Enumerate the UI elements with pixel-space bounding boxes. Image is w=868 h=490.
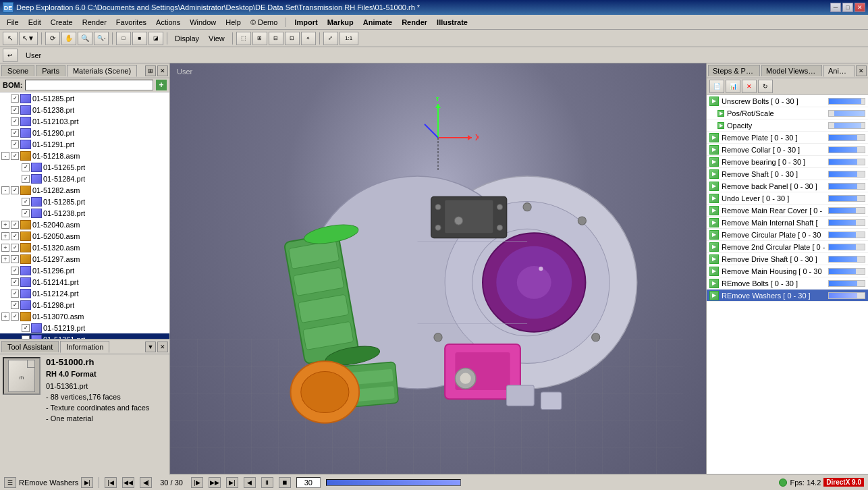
step-play-button[interactable]: ▶ (709, 218, 719, 227)
tool-fit[interactable]: ⤢ (323, 32, 338, 45)
tree-item[interactable]: ✓01-51238.prt (0, 104, 169, 115)
play-stop[interactable]: ⏹ (279, 477, 291, 488)
tab-parts[interactable]: Parts (36, 65, 65, 76)
step-play-button[interactable]: ▶ (709, 291, 719, 300)
tree-item[interactable]: ✓01-51238.prt (0, 207, 169, 219)
step-play-button[interactable]: ▶ (709, 194, 719, 203)
rt-refresh-btn[interactable]: ↻ (758, 80, 773, 93)
tree-item[interactable]: ✓01-51361.prt (0, 333, 169, 339)
tree-checkbox[interactable]: ✓ (11, 221, 19, 229)
tree-expand-btn[interactable]: + (1, 232, 9, 240)
tab-tool-assistant[interactable]: Tool Assistant (1, 341, 59, 352)
tree-checkbox[interactable]: ✓ (11, 106, 19, 114)
tool-view3[interactable]: ⊟ (269, 32, 283, 45)
rt-delete-btn[interactable]: ✕ (742, 80, 757, 93)
tree-checkbox[interactable]: ✓ (11, 290, 19, 298)
frame-input[interactable] (296, 477, 321, 488)
menu-import[interactable]: Import (290, 17, 321, 28)
step-item[interactable]: ▶Remove Plate [ 0 - 30 ] (707, 132, 868, 144)
tree-item[interactable]: ✓01-51284.prt (0, 173, 169, 184)
right-close-btn[interactable]: ✕ (856, 65, 867, 76)
tool-select[interactable]: ↖▼ (19, 32, 38, 45)
info-arrow-btn[interactable]: ▼ (145, 342, 156, 352)
close-button[interactable]: ✕ (855, 3, 865, 12)
step-item[interactable]: ▶Remove Circular Plate [ 0 - 30 (707, 229, 868, 241)
tree-item[interactable]: ✓01-51296.prt (0, 265, 169, 276)
step-sub-play-button[interactable]: ▶ (717, 110, 724, 117)
tree-expand-btn[interactable]: + (1, 312, 9, 321)
tree-item[interactable]: +✓01-513070.asm (0, 310, 169, 322)
play-prev-frame[interactable]: ◀◀ (122, 477, 134, 488)
step-play-button[interactable]: ▶ (709, 267, 719, 276)
play-pause[interactable]: ⏸ (261, 477, 273, 488)
rt-chart-btn[interactable]: 📊 (726, 80, 740, 93)
tool-fit2[interactable]: 1:1 (340, 32, 358, 45)
step-item[interactable]: ▶REmove Washers [ 0 - 30 ] (707, 290, 868, 302)
tree-expand-btn[interactable]: - (1, 186, 9, 194)
minimize-button[interactable]: ─ (830, 3, 841, 12)
step-play-button[interactable]: ▶ (709, 169, 719, 179)
tree-checkbox[interactable]: ✓ (11, 117, 19, 126)
menu-illustrate[interactable]: Illustrate (433, 17, 472, 28)
tree-item[interactable]: -✓01-51282.asm (0, 184, 169, 196)
menu-window[interactable]: Window (186, 17, 220, 28)
menu-favorites[interactable]: Favorites (112, 17, 151, 28)
tree-checkbox[interactable]: ✓ (22, 198, 30, 206)
step-play-button[interactable]: ▶ (709, 157, 719, 167)
play-forward-end[interactable]: ▶| (226, 477, 238, 488)
step-item[interactable]: ▶Remove Drive Shaft [ 0 - 30 ] (707, 253, 868, 265)
step-item[interactable]: ▶Remove 2nd Circular Plate [ 0 - (707, 241, 868, 253)
tab-model-views[interactable]: Model Views & Po... (761, 65, 822, 76)
toolbar2-btn1[interactable]: ↩ (3, 49, 18, 62)
tree-item[interactable]: +✓01-52050.asm (0, 230, 169, 242)
step-item[interactable]: ▶Remove Collar [ 0 - 30 ] (707, 144, 868, 156)
tool-measure[interactable]: ⌖ (301, 32, 316, 45)
rt-new-btn[interactable]: 📄 (709, 80, 724, 93)
tool-orbit[interactable]: ⟳ (45, 32, 60, 45)
tab-steps[interactable]: Steps & Proce... (708, 65, 760, 76)
step-item[interactable]: ▶Remove Shaft [ 0 - 30 ] (707, 168, 868, 180)
scene-view-btn[interactable]: ⊞ (145, 65, 156, 76)
tree-checkbox[interactable]: ✓ (11, 232, 19, 240)
tree-checkbox[interactable]: ✓ (11, 255, 19, 263)
bom-tree[interactable]: ✓01-51285.prt ✓01-51238.prt ✓01-512103.p… (0, 92, 169, 339)
tree-checkbox[interactable]: ✓ (11, 244, 19, 252)
step-item[interactable]: ▶Remove Main Housing [ 0 - 30 (707, 265, 868, 277)
step-item[interactable]: ▶Remove Main Internal Shaft [ (707, 217, 868, 229)
play-prev[interactable]: ◀| (140, 477, 152, 488)
step-item[interactable]: ▶Unscrew Bolts [ 0 - 30 ] (707, 95, 868, 107)
tab-information[interactable]: Information (60, 341, 109, 353)
tree-checkbox[interactable]: ✓ (11, 267, 19, 275)
menu-actions[interactable]: Actions (152, 17, 184, 28)
tree-item[interactable]: ✓01-51285.prt (0, 92, 169, 104)
tree-checkbox[interactable]: ✓ (22, 163, 30, 171)
tree-checkbox[interactable]: ✓ (11, 312, 19, 321)
step-sub-item[interactable]: ▶Opacity (707, 119, 868, 132)
menu-help[interactable]: Help (221, 17, 245, 28)
tree-item[interactable]: ✓01-51291.prt (0, 138, 169, 150)
tool-view1[interactable]: ⬚ (236, 32, 251, 45)
steps-list[interactable]: ▶Unscrew Bolts [ 0 - 30 ]▶Pos/Rot/Scale▶… (707, 95, 868, 474)
tree-item[interactable]: +✓01-52040.asm (0, 219, 169, 230)
tree-item[interactable]: ✓01-51285.prt (0, 196, 169, 207)
status-menu-btn[interactable]: ☰ (4, 477, 16, 488)
menu-edit[interactable]: Edit (24, 17, 45, 28)
step-item[interactable]: ▶REmove Bolts [ 0 - 30 ] (707, 277, 868, 290)
tab-animate[interactable]: Anima... (823, 65, 855, 77)
status-play-btn[interactable]: ▶| (81, 477, 93, 488)
tool-view2[interactable]: ⊞ (252, 32, 267, 45)
tree-expand-btn[interactable]: + (1, 221, 9, 229)
tree-checkbox[interactable]: ✓ (11, 186, 19, 194)
tree-item[interactable]: ✓01-512103.prt (0, 115, 169, 127)
step-item[interactable]: ▶Undo Lever [ 0 - 30 ] (707, 192, 868, 205)
step-item[interactable]: ▶Remove back Panel [ 0 - 30 ] (707, 180, 868, 192)
tool-zoom-in[interactable]: 🔍 (78, 32, 92, 45)
tree-checkbox[interactable]: ✓ (11, 129, 19, 137)
maximize-button[interactable]: □ (842, 3, 853, 12)
tree-checkbox[interactable]: ✓ (11, 278, 19, 286)
tab-materials[interactable]: Materials (Scene) (67, 65, 137, 77)
tree-item[interactable]: -✓01-51218.asm (0, 150, 169, 161)
bom-add-button[interactable]: + (156, 80, 167, 90)
step-play-button[interactable]: ▶ (709, 279, 719, 288)
tree-item[interactable]: ✓01-51265.prt (0, 161, 169, 173)
